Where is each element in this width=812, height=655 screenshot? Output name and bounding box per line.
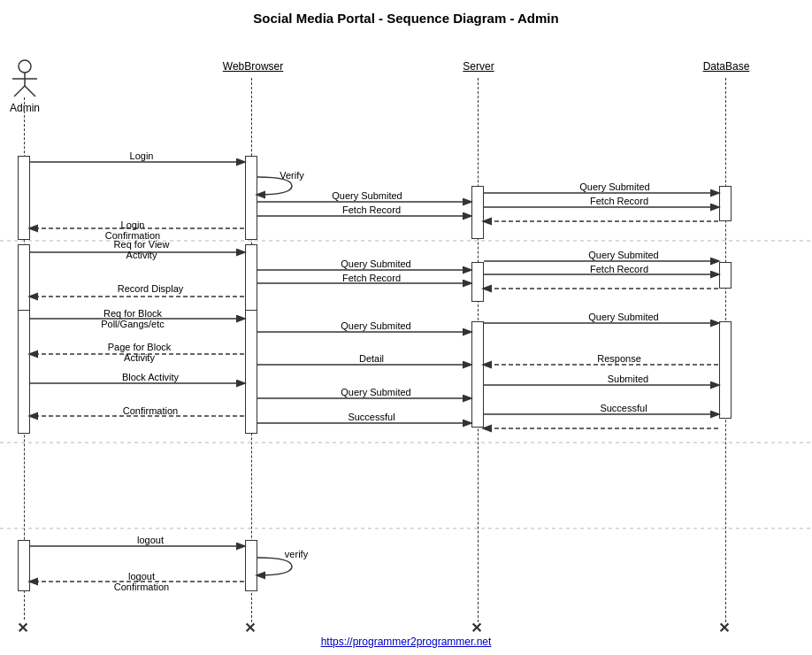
- server-label: Server: [447, 60, 510, 73]
- msg-fetch-view-srv-db: Fetch Record: [566, 264, 672, 274]
- msg-query-submit: Query Submited: [318, 387, 433, 397]
- msg-block-activity: Block Activity: [88, 372, 212, 382]
- webbrowser-activation-1: [245, 156, 257, 240]
- msg-login-confirm: LoginConfirmation: [71, 220, 195, 241]
- database-activation-1: [719, 186, 732, 221]
- footer-link[interactable]: https://programmer2programmer.net: [321, 636, 492, 648]
- admin-activation-4: [18, 540, 30, 591]
- msg-req-view: Req for ViewActivity: [71, 239, 212, 260]
- msg-query-block-srv-db: Query Submited: [566, 312, 681, 322]
- msg-fetch-wb-srv: Fetch Record: [318, 204, 425, 215]
- msg-submited: Submited: [575, 374, 681, 384]
- server-activation-3: [471, 321, 484, 428]
- msg-confirmation: Confirmation: [88, 405, 212, 416]
- msg-query-srv-db: Query Submited: [557, 181, 672, 192]
- msg-logout: logout: [106, 535, 195, 545]
- admin-activation-1: [18, 156, 30, 240]
- msg-detail: Detail: [336, 353, 407, 364]
- msg-record-display: Record Display: [88, 283, 212, 294]
- database-activation-3: [719, 321, 732, 419]
- database-label: DataBase: [690, 60, 762, 73]
- msg-fetch-view-wb-srv: Fetch Record: [318, 273, 425, 283]
- admin-activation-2: [18, 244, 30, 315]
- msg-successful-srv-db: Successful: [571, 403, 677, 413]
- msg-query-view-wb-srv: Query Submited: [318, 258, 433, 269]
- msg-query-view-srv-db: Query Submited: [566, 250, 681, 260]
- x-server: ✕: [471, 620, 482, 636]
- msg-verify-logout: verify: [270, 549, 323, 559]
- msg-successful-wb-srv: Successful: [318, 412, 425, 422]
- x-admin: ✕: [17, 620, 28, 636]
- diagram-title: Social Media Portal - Sequence Diagram -…: [0, 0, 812, 26]
- webbrowser-activation-2: [245, 244, 257, 315]
- msg-page-block: Page for BlockActivity: [62, 342, 217, 363]
- admin-label: Admin: [9, 102, 41, 114]
- svg-line-4: [25, 86, 35, 96]
- x-webbrowser: ✕: [244, 620, 256, 636]
- webbrowser-label: WebBrowser: [211, 60, 295, 73]
- actor-admin: Admin: [9, 58, 41, 114]
- svg-line-3: [14, 86, 25, 96]
- database-activation-2: [719, 262, 732, 289]
- msg-fetch-srv-db: Fetch Record: [566, 196, 672, 206]
- server-activation-1: [471, 186, 484, 239]
- msg-query-wb-srv: Query Submited: [310, 190, 425, 201]
- msg-login: Login: [88, 150, 195, 161]
- msg-req-block: Req for BlockPoll/Gangs/etc: [53, 308, 212, 329]
- webbrowser-activation-4: [245, 540, 257, 591]
- server-activation-2: [471, 262, 484, 302]
- x-database: ✕: [718, 620, 730, 636]
- admin-activation-3: [18, 310, 30, 434]
- msg-verify: Verify: [265, 170, 318, 181]
- msg-response: Response: [566, 353, 672, 364]
- svg-point-0: [19, 60, 31, 73]
- msg-logout-confirm: logoutConfirmation: [71, 571, 212, 592]
- webbrowser-activation-3: [245, 310, 257, 434]
- sequence-diagram: Social Media Portal - Sequence Diagram -…: [0, 0, 812, 655]
- msg-query-block-wb-srv: Query Submited: [318, 320, 433, 331]
